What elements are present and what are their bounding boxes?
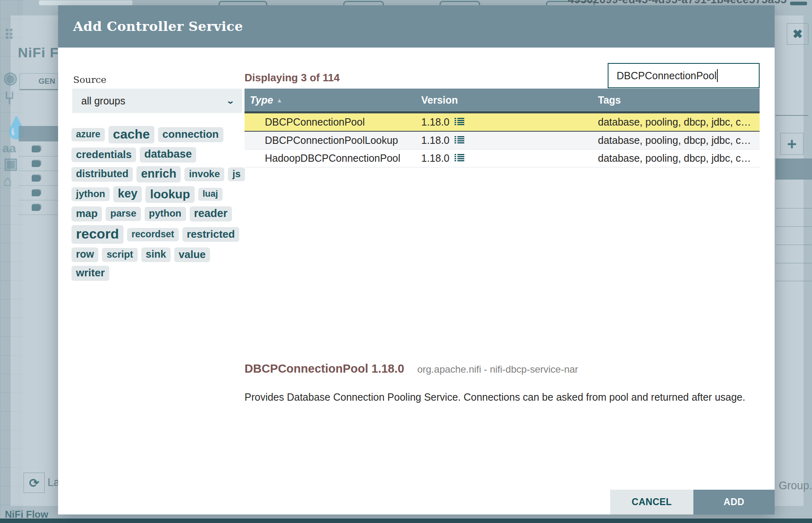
tag-pill[interactable]: js bbox=[228, 167, 245, 181]
tag-pill[interactable]: recordset bbox=[127, 228, 179, 241]
tag-pill[interactable]: connection bbox=[158, 127, 223, 142]
version-list-icon[interactable] bbox=[455, 136, 464, 145]
version-value: 1.18.0 bbox=[421, 116, 450, 128]
column-header-type[interactable]: Type▲ bbox=[245, 94, 412, 106]
cell-type: DBCPConnectionPoolLookup bbox=[245, 135, 412, 146]
tag-pill[interactable]: sink bbox=[141, 247, 171, 262]
toolbar-label-icon bbox=[790, 2, 807, 5]
tag-pill[interactable]: jython bbox=[71, 187, 110, 201]
toolbar-input-port-icon bbox=[343, 1, 384, 5]
tag-pill[interactable]: key bbox=[113, 186, 142, 202]
canvas-uuid-text: 49502699-ed45-4d95-a791-1b4ece575a55 bbox=[568, 0, 787, 5]
background-service-row bbox=[19, 142, 58, 156]
background-service-row bbox=[19, 171, 58, 186]
dialog-header: Add Controller Service bbox=[58, 5, 775, 48]
tag-pill[interactable]: reader bbox=[190, 206, 232, 222]
chevron-down-icon: ⌄ bbox=[226, 96, 235, 106]
background-service-row bbox=[19, 186, 58, 200]
refresh-icon: ⟳ bbox=[24, 473, 45, 493]
tag-pill[interactable]: parse bbox=[106, 207, 141, 221]
table-row[interactable]: HadoopDBCPConnectionPool 1.18.0 database… bbox=[245, 150, 760, 167]
cell-tags: database, pooling, dbcp, jdbc, connec… bbox=[589, 116, 760, 128]
version-value: 1.18.0 bbox=[421, 135, 450, 146]
book-icon bbox=[32, 175, 41, 182]
background-row-line bbox=[775, 263, 812, 263]
nifi-logo bbox=[39, 0, 132, 5]
version-list-icon[interactable] bbox=[455, 118, 464, 126]
group-text: Group. bbox=[779, 480, 812, 492]
tag-pill[interactable]: value bbox=[174, 247, 210, 263]
background-general-tab-label: GEN bbox=[39, 77, 55, 86]
cell-tags: database, pooling, dbcp, jdbc, connec… bbox=[589, 152, 760, 164]
nifi-top-toolbar: 49502699-ed45-4d95-a791-1b4ece575a55 bbox=[0, 0, 812, 5]
background-divider bbox=[775, 115, 808, 116]
selected-service-detail: DBCPConnectionPool 1.18.0 org.apache.nif… bbox=[245, 362, 578, 375]
book-icon bbox=[32, 161, 41, 167]
background-row-line bbox=[775, 208, 812, 208]
status-bar bbox=[0, 519, 812, 523]
cancel-button[interactable]: CANCEL bbox=[610, 490, 693, 514]
play-circle-icon: ◉ bbox=[3, 68, 17, 87]
tag-cloud: azurecacheconnectioncredentialsdatabased… bbox=[71, 124, 253, 283]
selected-service-description: Provides Database Connection Pooling Ser… bbox=[245, 391, 748, 404]
book-icon bbox=[32, 190, 41, 196]
tag-pill[interactable]: script bbox=[102, 248, 137, 262]
background-row-line bbox=[775, 226, 812, 227]
tag-pill[interactable]: azure bbox=[71, 128, 105, 141]
table-row[interactable]: DBCPConnectionPool 1.18.0 database, pool… bbox=[245, 113, 760, 132]
tag-pill[interactable]: writer bbox=[71, 266, 109, 281]
cell-version: 1.18.0 bbox=[412, 116, 589, 128]
column-header-tags[interactable]: Tags bbox=[589, 94, 760, 106]
table-header-row: Type▲ Version Tags bbox=[245, 89, 760, 113]
version-value: 1.18.0 bbox=[421, 152, 450, 164]
toolbar-output-port-icon bbox=[440, 1, 480, 5]
source-select[interactable]: all groups ⌄ bbox=[72, 89, 242, 113]
source-select-value: all groups bbox=[81, 95, 226, 107]
tag-pill[interactable]: luaj bbox=[198, 188, 223, 201]
selected-service-title: DBCPConnectionPool 1.18.0 bbox=[245, 362, 404, 375]
home-icon: ⌂ bbox=[3, 172, 12, 189]
tag-pill[interactable]: cache bbox=[108, 126, 154, 143]
cell-version: 1.18.0 bbox=[412, 135, 589, 146]
toolbar-processor-icon bbox=[219, 1, 267, 5]
cell-version: 1.18.0 bbox=[412, 152, 589, 164]
close-icon[interactable]: ✖ bbox=[787, 23, 808, 45]
tag-pill[interactable]: database bbox=[140, 147, 196, 163]
selected-service-bundle: org.apache.nifi - nifi-dbcp-service-nar bbox=[417, 364, 578, 375]
tag-pill[interactable]: restricted bbox=[182, 227, 240, 242]
tag-pill[interactable]: invoke bbox=[184, 167, 224, 181]
background-service-row bbox=[19, 157, 58, 171]
table-body: DBCPConnectionPool 1.18.0 database, pool… bbox=[245, 113, 760, 167]
table-row[interactable]: DBCPConnectionPoolLookup 1.18.0 database… bbox=[245, 132, 760, 150]
tag-pill[interactable]: python bbox=[145, 207, 186, 221]
tag-pill[interactable]: distributed bbox=[71, 167, 133, 182]
filter-input-value: DBCPConnectionPool bbox=[617, 70, 717, 82]
add-button[interactable]: ADD bbox=[693, 490, 775, 514]
background-table-header bbox=[19, 126, 58, 141]
sort-asc-icon: ▲ bbox=[276, 97, 282, 104]
service-type-table: Type▲ Version Tags DBCPConnectionPool 1.… bbox=[245, 89, 760, 167]
tag-pill[interactable]: record bbox=[71, 225, 123, 243]
background-row-line bbox=[775, 281, 812, 281]
tag-pill[interactable]: credentials bbox=[71, 148, 136, 163]
source-label: Source bbox=[73, 74, 106, 85]
background-dialog-title: NiFi F bbox=[18, 45, 58, 61]
cell-type: HadoopDBCPConnectionPool bbox=[245, 152, 412, 164]
label-aa-icon: aa bbox=[2, 141, 16, 155]
background-table-header-right bbox=[775, 158, 812, 180]
displaying-count: Displaying 3 of 114 bbox=[245, 72, 340, 84]
filter-input[interactable]: DBCPConnectionPool bbox=[608, 63, 760, 88]
puzzle-icon: ▣ bbox=[3, 154, 18, 172]
tag-pill[interactable]: enrich bbox=[136, 166, 181, 182]
add-service-plus-icon: + bbox=[780, 133, 803, 155]
background-general-tab: GEN bbox=[19, 73, 58, 90]
tag-pill[interactable]: lookup bbox=[145, 186, 194, 203]
book-icon bbox=[32, 146, 41, 152]
tag-pill[interactable]: row bbox=[71, 247, 98, 262]
version-list-icon[interactable] bbox=[455, 154, 464, 163]
drag-dots-icon: ⠿ bbox=[4, 27, 14, 43]
column-header-version[interactable]: Version bbox=[412, 94, 589, 106]
add-controller-service-dialog: Add Controller Service Source all groups… bbox=[58, 5, 775, 514]
cell-tags: database, pooling, dbcp, jdbc, connec… bbox=[589, 135, 760, 146]
tag-pill[interactable]: map bbox=[71, 206, 102, 221]
